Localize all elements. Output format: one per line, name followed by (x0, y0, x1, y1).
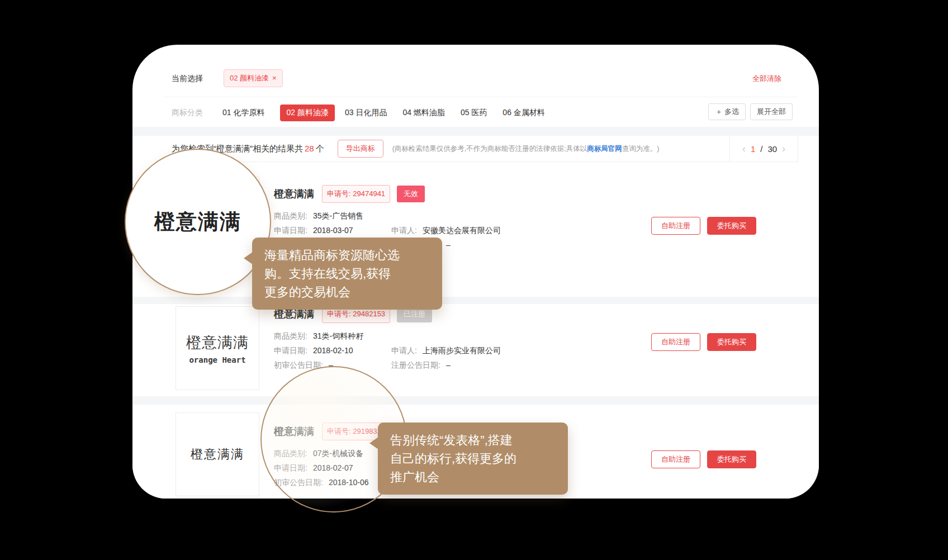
filter-tag-text: 02 颜料油漆 (230, 74, 269, 82)
self-register-button[interactable]: 自助注册 (651, 450, 700, 468)
entrust-purchase-button[interactable]: 委托购买 (707, 333, 756, 351)
tooltip-promotion: 告别传统“发表格”,搭建 自己的标行,获得更多的 推广机会 (378, 423, 568, 495)
trademark-name[interactable]: 橙意满满 (274, 187, 314, 201)
entrust-purchase-button[interactable]: 委托购买 (707, 450, 756, 468)
application-number: 29482153 (353, 310, 385, 318)
field-label: 申请人: (391, 346, 417, 355)
next-page-icon[interactable]: › (782, 143, 785, 155)
category-bar-label: 商标分类 (172, 108, 203, 118)
trademark-image[interactable]: 橙意满满 (176, 412, 259, 496)
field-value: – (446, 360, 451, 369)
export-trademark-button[interactable]: 导出商标 (338, 140, 383, 158)
total-pages: 30 (767, 144, 777, 154)
application-number: 29474941 (353, 189, 385, 198)
magnified-trademark-text: 橙意满满 (154, 208, 241, 236)
disclaimer-text: (商标检索结果仅供参考,不作为商标能否注册的法律依据;具体以商标局官网查询为准。… (392, 144, 660, 154)
divider (163, 97, 798, 97)
current-page: 1 (751, 144, 755, 154)
field-value: 2018-02-10 (313, 346, 353, 355)
selected-filter-tag[interactable]: 02 颜料油漆× (224, 69, 283, 87)
category-bar: 商标分类 01 化学原料 02 颜料油漆 03 日化用品 04 燃料油脂 05 … (172, 105, 561, 121)
field-label: 商品类别: (274, 211, 307, 220)
self-register-button[interactable]: 自助注册 (651, 217, 700, 235)
results-header: 为您检索到“橙意满满”相关的结果共28个 导出商标 (商标检索结果仅供参考,不作… (163, 136, 798, 162)
prev-page-icon[interactable]: ‹ (742, 143, 746, 155)
category-item-05[interactable]: 05 医药 (461, 108, 487, 118)
category-item-06[interactable]: 06 金属材料 (503, 108, 544, 118)
application-number-label: 申请号: (327, 310, 351, 318)
trademark-image[interactable]: 橙意满满 orange Heart (176, 306, 259, 390)
field-value: 35类-广告销售 (313, 211, 363, 220)
field-value: 安徽美达会展有限公司 (423, 226, 501, 235)
field-value: 上海雨步实业有限公司 (423, 346, 501, 355)
application-number-label: 申请号: (327, 189, 351, 198)
field-label: 申请日期: (274, 226, 307, 235)
disclaimer-pre: (商标检索结果仅供参考,不作为商标能否注册的法律依据;具体以 (392, 145, 587, 153)
pagination: ‹ 1 / 30 › (729, 136, 798, 162)
application-number-tag: 申请号: 29474941 (322, 185, 390, 203)
trademark-image-text: 橙意满满 (191, 446, 244, 463)
trademark-image-text: 橙意满满 (186, 333, 249, 353)
results-count-unit: 个 (316, 144, 324, 153)
trademark-office-link[interactable]: 商标局官网 (587, 145, 622, 153)
row-gap (132, 297, 819, 304)
category-item-04[interactable]: 04 燃料油脂 (402, 108, 444, 118)
remove-filter-icon[interactable]: × (272, 74, 277, 82)
field-value: 31类-饲料种籽 (313, 331, 363, 340)
multi-select-button[interactable]: ＋ 多选 (708, 103, 746, 120)
result-row: 橙意满满 orange Heart 橙意满满 申请号: 29482153 已注册… (132, 304, 819, 396)
status-badge: 无效 (397, 186, 425, 202)
row-gap (132, 396, 819, 405)
field-value: 2018-03-07 (313, 226, 353, 235)
trademark-image-subtext: orange Heart (189, 355, 245, 364)
field-label: 申请人: (391, 226, 417, 235)
current-selection-label: 当前选择 (172, 74, 203, 84)
field-label: 申请日期: (274, 346, 307, 355)
results-count: 28 (305, 144, 314, 153)
magnifier-lens: 橙意满满 (125, 149, 271, 295)
clear-all-link[interactable]: 全部清除 (752, 74, 781, 84)
expand-all-button[interactable]: 展开全部 (750, 103, 793, 120)
page-separator: / (760, 144, 762, 154)
self-register-button[interactable]: 自助注册 (651, 333, 700, 351)
disclaimer-post: 查询为准。) (622, 145, 660, 153)
field-value: – (446, 240, 451, 249)
field-label: 商品类别: (274, 331, 307, 340)
section-gap (132, 127, 819, 136)
category-item-02-active[interactable]: 02 颜料油漆 (280, 105, 334, 121)
entrust-purchase-button[interactable]: 委托购买 (707, 217, 756, 235)
page-background: 当前选择 02 颜料油漆× 全部清除 商标分类 01 化学原料 02 颜料油漆 … (0, 0, 948, 560)
tooltip-marketplace: 海量精品商标资源随心选 购。支持在线交易,获得 更多的交易机会 (252, 238, 442, 310)
category-item-03[interactable]: 03 日化用品 (345, 108, 387, 118)
field-label: 注册公告日期: (391, 360, 440, 369)
category-item-01[interactable]: 01 化学原料 (222, 108, 264, 118)
